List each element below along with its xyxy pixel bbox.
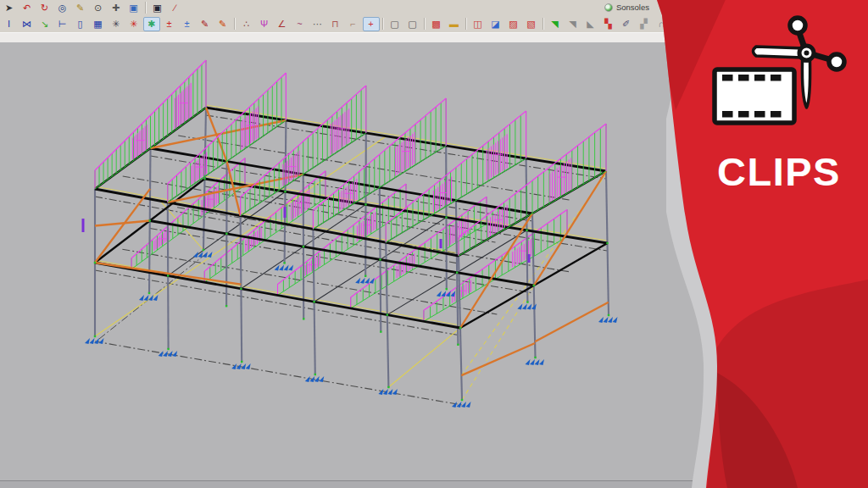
catenary-icon[interactable]: ◡ [707,17,724,31]
arrow-green-icon[interactable]: ◥ [547,17,564,31]
bench-tool-icon[interactable]: ⊓ [327,17,344,31]
gear-icon[interactable]: ✳ [108,17,125,31]
pan-icon[interactable]: ✚ [108,1,125,15]
pencil-small-icon[interactable]: ✐ [618,17,635,31]
ellipsis-tool-icon[interactable]: ⋯ [309,17,326,31]
column-grid-icon[interactable]: ▯ [72,17,89,31]
toolbar-separator [540,18,546,30]
patch-grid-icon[interactable]: ▚ [600,17,617,31]
load-plus-icon[interactable]: ± [161,17,178,31]
zoom-icon[interactable]: ⊙ [90,1,107,15]
structural-model-drawing [0,42,868,480]
robot-load-icon[interactable]: ▩ [428,17,445,31]
crosshair-tool-icon[interactable]: + [363,17,380,31]
arrow-gray-icon[interactable]: ◥ [565,17,581,31]
arrow-gray2-icon[interactable]: ◣ [582,17,599,31]
chart-d-icon[interactable]: ▧ [523,17,540,31]
fork-tool-icon[interactable]: Ψ [256,17,273,31]
selection-frame2-icon[interactable]: ▢ [404,17,421,31]
cad-viewport[interactable] [0,42,868,480]
user-name-label: Sonsoles [616,3,649,12]
presence-icon [604,3,613,12]
gear-apply-icon[interactable]: ✱ [143,17,160,31]
terrain-icon[interactable]: ▲ [671,17,688,31]
pen-red-icon[interactable]: ✎ [197,17,214,31]
pen-orange-icon[interactable]: ✎ [214,17,231,31]
chart-a-icon[interactable]: ◫ [470,17,487,31]
node-move-icon[interactable]: ↘ [36,17,53,31]
selection-frame-icon[interactable]: ▢ [387,17,403,31]
select-cursor-icon[interactable]: ➤ [1,1,18,15]
toolbar-row-tools: I⋈↘⊢▯▦✳✳✱±±✎✎∴Ψ∠~⋯⊓⌐+▢▢▩▬◫◪▨▧◥◥◣▚✐▞∩▲H◡ [0,15,868,33]
toolbar-separator [142,2,148,14]
nodes-tool-icon[interactable]: ∴ [238,17,255,31]
bar-new-icon[interactable]: ⊢ [54,17,71,31]
window-bottom-edge [0,480,868,488]
previous-view-icon[interactable]: ▣ [125,1,142,15]
section-h-icon[interactable]: H [689,17,706,31]
toolbar-area: ➤↶↻◎✎⊙✚▣▣∕ I⋈↘⊢▯▦✳✳✱±±✎✎∴Ψ∠~⋯⊓⌐+▢▢▩▬◫◪▨▧… [0,0,868,32]
dimension-icon[interactable]: ⋈ [19,17,36,31]
toolbar-separator [231,18,237,30]
corner-tool-icon[interactable]: ⌐ [345,17,362,31]
toolbar-separator [463,18,469,30]
user-chip[interactable]: Sonsoles [604,1,649,14]
toolbar-separator [421,18,427,30]
toolbar-row-view: ➤↶↻◎✎⊙✚▣▣∕ [0,0,868,16]
beam-section-icon[interactable]: I [1,17,18,31]
portal-icon[interactable]: ∩ [654,17,670,31]
spring-tool-icon[interactable]: ~ [292,17,309,31]
undo-view-icon[interactable]: ↶ [19,1,36,15]
zoom-window-icon[interactable]: ◎ [54,1,71,15]
measure-icon[interactable]: ∕ [167,1,184,15]
hatch-icon[interactable]: ▞ [636,17,653,31]
regen-view-icon[interactable]: ↻ [36,1,53,15]
load-minus-icon[interactable]: ± [179,17,196,31]
angle-tool-icon[interactable]: ∠ [274,17,291,31]
print-preview-icon[interactable]: ▣ [149,1,166,15]
slab-icon[interactable]: ▬ [446,17,463,31]
gear-delete-icon[interactable]: ✳ [125,17,142,31]
chart-c-icon[interactable]: ▨ [505,17,522,31]
grid-icon[interactable]: ▦ [90,17,107,31]
redraw-brush-icon[interactable]: ✎ [72,1,89,15]
toolbar-separator [380,18,386,30]
chart-b-icon[interactable]: ◪ [487,17,504,31]
